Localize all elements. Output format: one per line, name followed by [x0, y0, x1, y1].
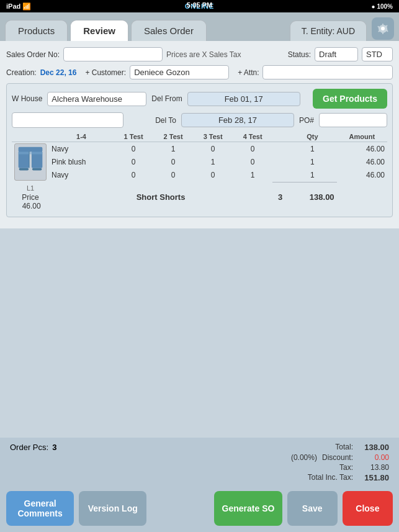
tab-products[interactable]: Products	[5, 20, 68, 41]
gear-icon	[377, 22, 389, 35]
std-input[interactable]	[362, 47, 393, 61]
warehouse-input[interactable]	[47, 92, 146, 106]
settings-button[interactable]	[372, 17, 394, 40]
qty-3: 1	[288, 168, 336, 182]
customer-input[interactable]	[130, 65, 229, 79]
discount-label: Discount:	[322, 453, 353, 462]
val-9: 0	[114, 168, 153, 182]
search-input[interactable]	[12, 112, 123, 128]
footer-totals: Order Pcs: 3 Total: 138.00 (0.00%) Disco…	[0, 438, 399, 487]
del-from-label: Del From	[151, 94, 182, 103]
product-tag: L1	[14, 184, 47, 192]
product-table: 1-4 1 Test 2 Test 3 Test 4 Test Qty Amou…	[12, 132, 387, 212]
get-products-button[interactable]: Get Products	[313, 89, 387, 109]
total-inc-tax-value: 151.80	[358, 473, 389, 482]
status-right: ● 100%	[372, 3, 393, 10]
val-2: 1	[153, 142, 193, 156]
main-content: Sales Order No: Prices are X Sales Tax S…	[0, 41, 399, 228]
val-12: 1	[233, 168, 272, 182]
table-row: Navy 0 1 0 0 1 46.00	[12, 142, 387, 156]
po-input[interactable]	[319, 113, 387, 127]
total-inc-tax-label: Total Inc. Tax:	[308, 473, 353, 482]
amount-1: 46.00	[337, 142, 387, 156]
col-4test: 4 Test	[233, 132, 272, 142]
order-pcs-value: 3	[52, 443, 56, 452]
header-row2: Creation: Dec 22, 16 + Customer: + Attn:	[6, 65, 393, 79]
tab-sales-order[interactable]: Sales Order	[131, 20, 207, 41]
col-qty: Qty	[288, 132, 336, 142]
tab-bar: Products Review Sales Order T. Entity: A…	[0, 12, 399, 41]
panel-row2: Del To PO#	[12, 112, 387, 128]
warehouse-label: W House	[12, 94, 42, 103]
product-image-svg	[15, 144, 46, 180]
col-3test: 3 Test	[193, 132, 233, 142]
row-spacer	[272, 142, 288, 156]
footer-order-pcs: Order Pcs: 3	[10, 443, 56, 452]
val-4: 0	[233, 142, 272, 156]
svg-rect-1	[19, 147, 43, 152]
time-display: 5:05 PM	[187, 1, 213, 9]
total-inc-tax-row: Total Inc. Tax: 151.80	[308, 473, 389, 482]
attn-input[interactable]	[262, 65, 393, 79]
tax-row: Tax: 13.80	[339, 463, 389, 472]
col-size: 1-4	[49, 132, 114, 142]
table-row: Navy 0 0 0 1 1 46.00	[12, 168, 387, 182]
row-spacer2	[272, 155, 288, 168]
footer-area: Order Pcs: 3 Total: 138.00 (0.00%) Disco…	[0, 438, 399, 532]
generate-so-button[interactable]: Generate SO	[214, 491, 282, 526]
tax-value: 13.80	[358, 463, 389, 472]
val-11: 0	[193, 168, 233, 182]
color-pink: Pink blush	[49, 155, 114, 168]
total-value: 138.00	[358, 443, 389, 452]
discount-amount: 0.00	[358, 453, 389, 462]
creation-label: Creation:	[6, 68, 37, 77]
save-button[interactable]: Save	[287, 491, 338, 526]
general-comments-button[interactable]: General Comments	[6, 491, 74, 526]
product-image	[14, 143, 47, 181]
row-spacer3	[272, 168, 288, 182]
val-3: 0	[193, 142, 233, 156]
del-from-input[interactable]	[187, 92, 300, 106]
tab-review[interactable]: Review	[70, 20, 128, 41]
subtotal-qty: 3	[272, 182, 288, 212]
val-7: 1	[193, 155, 233, 168]
total-label: Total:	[335, 443, 353, 452]
val-6: 0	[153, 155, 193, 168]
del-to-input[interactable]	[181, 113, 294, 127]
discount-row: (0.00%) Discount: 0.00	[291, 453, 389, 462]
header-row1: Sales Order No: Prices are X Sales Tax S…	[6, 47, 393, 61]
battery-icon: ● 100%	[372, 3, 393, 10]
close-button[interactable]: Close	[343, 491, 393, 526]
col-spacer	[272, 132, 288, 142]
svg-rect-4	[19, 152, 43, 155]
tab-entity[interactable]: T. Entity: AUD	[290, 20, 367, 41]
products-panel: W House Del From Get Products Del To PO#…	[6, 83, 393, 217]
amount-3: 46.00	[337, 168, 387, 182]
col-1test: 1 Test	[114, 132, 153, 142]
val-10: 0	[153, 168, 193, 182]
customer-label: + Customer:	[85, 68, 126, 77]
footer-buttons: General Comments Version Log Generate SO…	[0, 487, 399, 532]
col-img	[12, 132, 49, 142]
sales-order-input[interactable]	[63, 47, 163, 61]
status-input[interactable]	[315, 47, 358, 61]
color-navy-2: Navy	[49, 168, 114, 182]
product-price: Price 46.00	[14, 193, 47, 210]
tax-label: Tax:	[339, 463, 353, 472]
table-row: L1 Price 46.00 Short Shorts 3 138.00	[12, 182, 387, 212]
order-pcs-label: Order Pcs:	[10, 443, 48, 452]
amount-2: 46.00	[337, 155, 387, 168]
val-1: 0	[114, 142, 153, 156]
qty-1: 1	[288, 142, 336, 156]
version-log-button[interactable]: Version Log	[79, 491, 146, 526]
panel-row1: W House Del From Get Products	[12, 89, 387, 109]
subtotal-amount: 138.00	[288, 182, 336, 212]
attn-label: + Attn:	[238, 68, 259, 77]
col-amount: Amount	[337, 132, 387, 142]
qty-2: 1	[288, 155, 336, 168]
col-2test: 2 Test	[153, 132, 193, 142]
footer-right-totals: Total: 138.00 (0.00%) Discount: 0.00 Tax…	[291, 443, 389, 482]
discount-pct: (0.00%)	[291, 453, 317, 462]
po-label: PO#	[299, 116, 314, 125]
table-row: Pink blush 0 0 1 0 1 46.00	[12, 155, 387, 168]
